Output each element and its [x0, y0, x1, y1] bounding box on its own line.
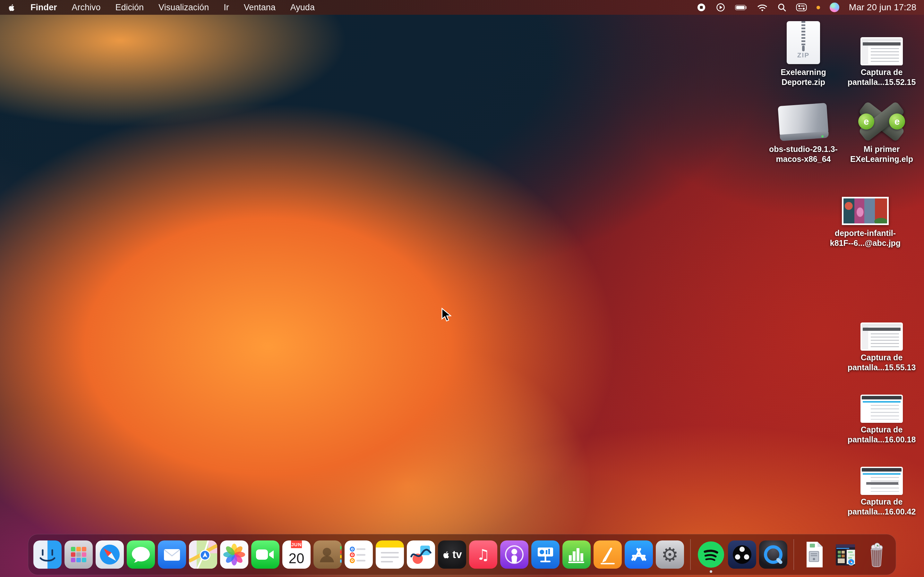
desktop-icon-label: deporte-infantil-k81F--6...@abc.jpg — [830, 228, 901, 248]
desktop-icon-obs-studio-disk[interactable]: obs-studio-29.1.3-macos-x86_64 — [758, 96, 848, 164]
dock-item-calendar[interactable]: JUN 20 — [282, 540, 310, 569]
menu-bar: Finder Archivo Edición Visualización Ir … — [0, 0, 924, 15]
menu-bar-status: Mar 20 jun 17:28 — [696, 2, 916, 13]
dock-item-spotify[interactable] — [697, 540, 725, 569]
dock-item-notes[interactable] — [376, 540, 404, 569]
calendar-month: JUN — [291, 540, 302, 548]
dock-item-settings[interactable]: ⚙ — [656, 540, 684, 569]
menu-item-ventana[interactable]: Ventana — [244, 3, 276, 13]
dock-item-freeform[interactable] — [407, 540, 435, 569]
music-note-icon: ♫ — [477, 546, 489, 563]
battery-icon[interactable] — [735, 3, 747, 12]
desktop-icon-captura-16-00-42[interactable]: Captura depantalla...16.00.42 — [837, 449, 924, 517]
menu-item-ayuda[interactable]: Ayuda — [290, 3, 315, 13]
dock-item-contacts[interactable] — [313, 540, 342, 569]
dock-item-music[interactable]: ♫ — [469, 540, 497, 569]
appletv-label: tv — [452, 548, 462, 561]
menu-item-ir[interactable]: Ir — [224, 3, 229, 13]
wifi-icon[interactable] — [757, 3, 768, 12]
desktop-icon-label: Captura depantalla...16.00.18 — [848, 425, 916, 445]
apple-menu[interactable] — [8, 3, 16, 12]
zip-badge: ZIP — [787, 51, 820, 59]
control-center-icon[interactable] — [796, 3, 807, 12]
screenshot-thumbnail — [862, 39, 901, 64]
mic-indicator-dot — [817, 6, 820, 9]
desktop-icon-label: obs-studio-29.1.3-macos-x86_64 — [769, 144, 838, 164]
screenshot-thumbnail — [862, 468, 901, 494]
play-icon[interactable] — [716, 3, 725, 12]
menu-item-finder[interactable]: Finder — [31, 3, 57, 13]
dock-item-appstore[interactable] — [625, 540, 653, 569]
desktop-icon-captura-15-52-15[interactable]: Captura depantalla...15.52.15 — [837, 19, 924, 87]
gear-icon: ⚙ — [661, 545, 678, 564]
apple-logo-icon — [8, 3, 16, 12]
dock-separator — [690, 539, 691, 570]
dock-item-maps[interactable] — [189, 540, 217, 569]
dock-item-obs[interactable] — [728, 540, 756, 569]
dock-item-quicktime[interactable] — [759, 540, 787, 569]
desktop-icon-captura-15-55-13[interactable]: Captura depantalla...15.55.13 — [837, 305, 924, 372]
dock-item-keynote[interactable] — [531, 540, 559, 569]
running-indicator — [710, 570, 712, 573]
dock-item-numbers[interactable] — [562, 540, 591, 569]
dock-separator — [793, 539, 794, 570]
dock-item-dmg-document[interactable] — [800, 540, 829, 569]
exelearning-logo-icon: e e — [858, 101, 906, 141]
menu-bar-clock[interactable]: Mar 20 jun 17:28 — [849, 2, 916, 13]
dock-item-podcasts[interactable] — [500, 540, 528, 569]
desktop-icon-label: Captura depantalla...15.52.15 — [848, 67, 916, 87]
desktop-icon-exelearning-zip[interactable]: ZIP ExelearningDeporte.zip — [758, 19, 848, 87]
dock-item-finder[interactable] — [33, 540, 61, 569]
dock-item-messages[interactable] — [127, 540, 155, 569]
menu-item-archivo[interactable]: Archivo — [72, 3, 101, 13]
dock-item-pages[interactable] — [594, 540, 622, 569]
desktop-icon-deporte-infantil-jpg[interactable]: deporte-infantil-k81F--6...@abc.jpg — [821, 180, 910, 248]
photo-thumbnail — [842, 197, 889, 225]
zip-file-icon: ZIP — [787, 21, 820, 64]
desktop-icon-mi-primer-exelearning[interactable]: e e Mi primerEXeLearning.elp — [837, 96, 924, 164]
dock-item-photos[interactable] — [220, 540, 248, 569]
desktop-icon-label: Mi primerEXeLearning.elp — [850, 144, 913, 164]
spotlight-search-icon[interactable] — [777, 3, 787, 12]
screen-recording-stop-icon[interactable] — [696, 3, 706, 12]
dock-item-screenshots-stack[interactable] — [831, 540, 859, 569]
screenshot-thumbnail — [862, 324, 901, 350]
dock-item-reminders[interactable] — [344, 540, 373, 569]
calendar-day: 20 — [289, 548, 304, 569]
apple-logo-icon — [442, 550, 451, 559]
desktop-icon-label: Captura depantalla...15.55.13 — [848, 353, 916, 372]
menu-item-visualizacion[interactable]: Visualización — [158, 3, 209, 13]
dock-item-facetime[interactable] — [251, 540, 279, 569]
dock-item-appletv[interactable]: tv — [438, 540, 466, 569]
dock-item-mail[interactable] — [158, 540, 186, 569]
dock-item-safari[interactable] — [95, 540, 124, 569]
siri-icon[interactable] — [830, 3, 839, 12]
menu-bar-left: Finder Archivo Edición Visualización Ir … — [8, 3, 315, 13]
dock-item-launchpad[interactable] — [65, 540, 93, 569]
desktop-icon-label: Captura depantalla...16.00.42 — [848, 497, 916, 517]
external-disk-icon — [778, 103, 829, 143]
menu-item-edicion[interactable]: Edición — [115, 3, 144, 13]
mouse-cursor — [441, 308, 451, 323]
dock-item-trash[interactable] — [863, 540, 891, 569]
desktop-icon-label: ExelearningDeporte.zip — [780, 67, 826, 87]
screenshot-thumbnail — [862, 396, 901, 422]
desktop-icon-captura-16-00-18[interactable]: Captura depantalla...16.00.18 — [837, 377, 924, 445]
dock: JUN 20 tv ♫ — [28, 534, 896, 575]
